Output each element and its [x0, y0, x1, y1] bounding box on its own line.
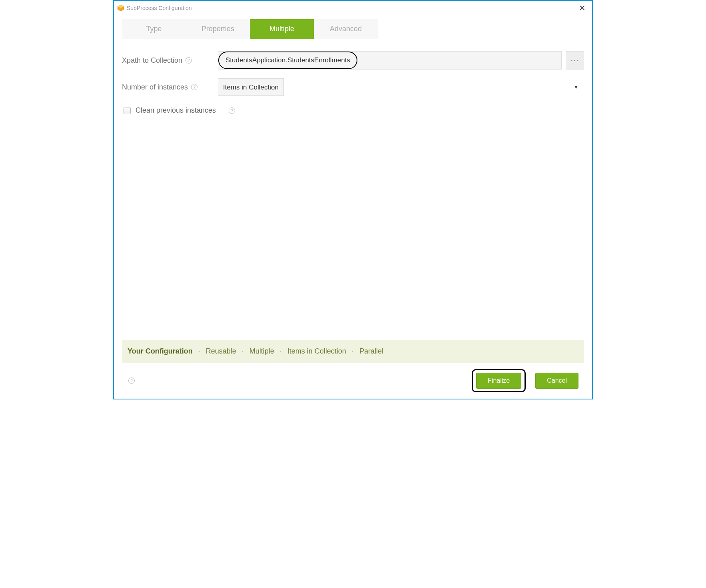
- summary-sep: ·: [239, 347, 246, 356]
- label-instances-text: Number of instances: [122, 83, 188, 91]
- xpath-field-wrap: StudentsApplication.StudentsEnrollments …: [218, 51, 584, 70]
- instances-select[interactable]: Items in Collection: [218, 78, 284, 96]
- xpath-input[interactable]: StudentsApplication.StudentsEnrollments: [218, 52, 357, 69]
- window-title: SubProcess Configuration: [127, 5, 192, 11]
- summary-sep: ·: [277, 347, 284, 356]
- tabbar: Type Properties Multiple Advanced: [122, 19, 584, 39]
- instances-select-wrap: Items in Collection: [218, 78, 584, 96]
- summary-sep: ·: [196, 347, 203, 356]
- row-clean-previous: Clean previous instances ?: [122, 105, 584, 122]
- summary-sep: ·: [349, 347, 356, 356]
- help-icon[interactable]: ?: [185, 57, 192, 64]
- titlebar: SubProcess Configuration ✕: [114, 1, 592, 14]
- form-area: Xpath to Collection ? StudentsApplicatio…: [122, 39, 584, 122]
- summary-item: Items in Collection: [287, 347, 346, 356]
- help-icon[interactable]: ?: [128, 377, 135, 384]
- help-icon[interactable]: ?: [191, 84, 197, 90]
- instances-field-wrap: Items in Collection: [218, 78, 584, 96]
- label-instances: Number of instances ?: [122, 83, 218, 91]
- app-icon: [117, 4, 124, 12]
- finalize-button[interactable]: Finalize: [476, 373, 521, 389]
- tab-advanced[interactable]: Advanced: [314, 19, 378, 39]
- dialog-window: SubProcess Configuration ✕ Type Properti…: [113, 0, 593, 399]
- row-instances: Number of instances ? Items in Collectio…: [122, 78, 584, 96]
- tab-multiple[interactable]: Multiple: [250, 19, 314, 39]
- summary-bar: Your Configuration · Reusable · Multiple…: [122, 340, 584, 363]
- clean-previous-checkbox[interactable]: [124, 107, 131, 114]
- label-xpath-text: Xpath to Collection: [122, 56, 182, 65]
- help-icon[interactable]: ?: [229, 107, 235, 114]
- row-xpath: Xpath to Collection ? StudentsApplicatio…: [122, 51, 584, 70]
- tab-properties[interactable]: Properties: [186, 19, 250, 39]
- summary-item: Parallel: [359, 347, 383, 356]
- finalize-highlight: Finalize: [472, 369, 526, 392]
- summary-item: Reusable: [206, 347, 236, 356]
- footer-buttons: Finalize Cancel: [472, 369, 578, 392]
- tab-type[interactable]: Type: [122, 19, 186, 39]
- xpath-input-container: StudentsApplication.StudentsEnrollments: [218, 51, 562, 70]
- cancel-button[interactable]: Cancel: [535, 373, 578, 389]
- summary-item: Multiple: [249, 347, 274, 356]
- summary-title: Your Configuration: [128, 347, 193, 356]
- xpath-browse-button[interactable]: ⋯: [566, 51, 584, 70]
- clean-previous-label: Clean previous instances: [136, 106, 216, 115]
- spacer: [122, 122, 584, 340]
- footer: ? Finalize Cancel: [122, 363, 584, 399]
- label-xpath: Xpath to Collection ?: [122, 56, 218, 65]
- content-area: Type Properties Multiple Advanced Xpath …: [114, 14, 592, 399]
- close-icon[interactable]: ✕: [576, 3, 588, 13]
